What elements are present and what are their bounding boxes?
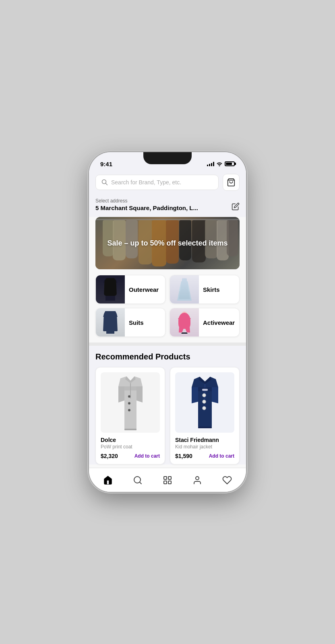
phone-frame: 9:41 [89,152,246,492]
svg-rect-18 [198,427,212,428]
recommended-section: Recommended Products [89,346,246,464]
sale-banner[interactable]: Sale – up to 50% off selected items [95,217,240,269]
recommended-title: Recommended Products [95,352,240,361]
dolce-product-footer: $2,320 Add to cart [101,453,160,459]
section-divider [89,343,246,346]
svg-line-1 [106,184,108,185]
cart-button[interactable] [223,174,240,191]
nav-wishlist[interactable] [218,473,236,487]
app-content[interactable]: Search for Brand, Type, etc. Select addr… [89,170,246,492]
heart-icon [222,475,232,485]
status-icons [207,161,235,166]
staci-price: $1,590 [175,453,192,459]
outerwear-label: Outerwear [125,286,159,293]
dolce-add-to-cart-button[interactable]: Add to cart [134,453,160,459]
search-nav-icon [133,475,143,485]
skirts-image [170,275,199,304]
bottom-nav [89,468,246,492]
product-card-staci[interactable]: Staci Friedmann Kid mohair jacket $1,590… [170,367,240,464]
search-icon [101,179,108,186]
suits-image [96,308,125,337]
svg-rect-23 [164,481,167,484]
battery-icon [225,161,235,166]
gray-coat-svg [112,374,149,431]
status-time: 9:41 [100,161,112,167]
skirts-svg [176,277,193,301]
svg-line-20 [140,482,141,483]
dolce-price: $2,320 [101,453,118,459]
products-grid: Dolce PoW print coat $2,320 Add to cart [95,367,240,464]
user-icon [192,475,202,485]
category-suits[interactable]: Suits [95,308,165,337]
nav-search[interactable] [129,473,147,487]
svg-point-16 [203,407,206,410]
dolce-product-name: PoW print coat [101,444,160,450]
search-area: Search for Brand, Type, etc. [89,170,246,196]
svg-rect-3 [105,283,115,284]
notch [143,152,192,164]
search-placeholder: Search for Brand, Type, etc. [111,179,181,186]
nav-categories[interactable] [159,473,176,487]
staci-product-image [175,372,234,433]
staci-product-footer: $1,590 Add to cart [175,453,234,459]
staci-product-name: Kid mohair jacket [175,444,234,450]
outerwear-svg [101,277,119,301]
svg-point-10 [128,402,130,405]
suits-label: Suits [125,319,144,326]
suits-svg [101,310,119,334]
product-card-dolce[interactable]: Dolce PoW print coat $2,320 Add to cart [95,367,165,464]
nav-profile[interactable] [188,473,206,487]
dolce-brand: Dolce [101,437,160,443]
svg-rect-6 [109,318,112,320]
grid-icon [163,475,172,485]
search-bar[interactable]: Search for Brand, Type, etc. [95,175,219,190]
svg-rect-22 [168,477,171,479]
skirts-label: Skirts [199,286,220,293]
svg-rect-24 [168,481,171,484]
category-skirts[interactable]: Skirts [170,275,240,304]
svg-rect-21 [164,477,167,479]
home-icon [103,475,113,485]
svg-point-9 [128,395,130,398]
svg-rect-12 [124,429,136,430]
staci-brand: Staci Friedmann [175,437,234,443]
cart-icon [227,178,236,187]
nav-home[interactable] [99,473,117,487]
svg-rect-17 [202,389,208,391]
staci-add-to-cart-button[interactable]: Add to cart [209,453,234,459]
category-activewear[interactable]: Activewear [170,308,240,337]
wifi-icon [216,161,223,166]
category-outerwear[interactable]: Outerwear [95,275,165,304]
address-value: 5 Marchant Square, Paddington, L... [95,204,198,211]
navy-jacket-svg [187,374,223,431]
banner-text: Sale – up to 50% off selected items [95,239,240,248]
activewear-label: Activewear [199,319,235,326]
signal-icon [207,161,214,166]
activewear-image [170,308,199,337]
svg-point-15 [203,400,206,403]
activewear-svg [176,310,193,334]
address-section: Select address 5 Marchant Square, Paddin… [89,196,246,217]
svg-point-11 [128,409,130,411]
address-label: Select address [95,198,198,204]
dolce-product-image [101,372,160,433]
svg-rect-4 [182,278,187,281]
svg-point-7 [181,312,188,319]
svg-point-14 [203,394,206,397]
categories-grid: Outerwear Skirts [89,275,246,343]
svg-point-25 [196,477,199,480]
edit-address-button[interactable] [232,202,240,211]
outerwear-image [96,275,125,304]
